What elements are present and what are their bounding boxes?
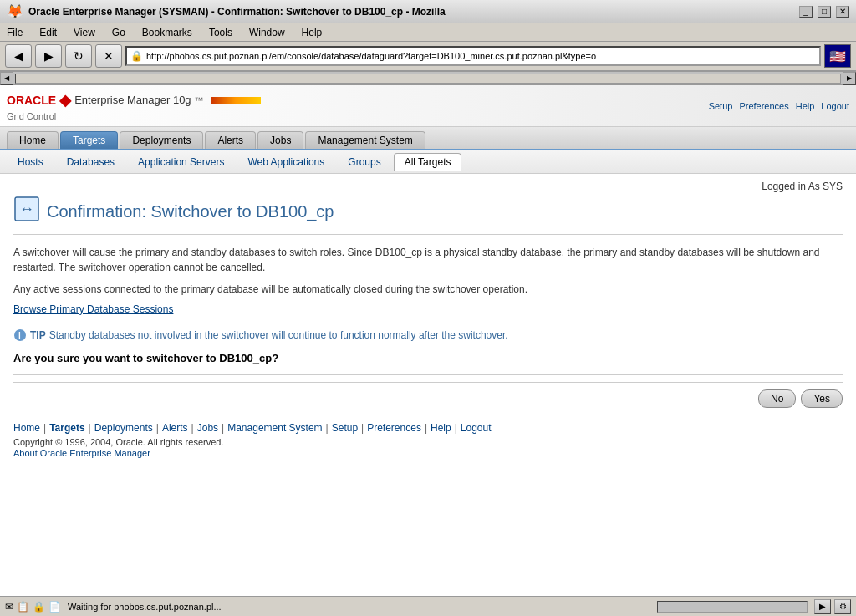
description-1: A switchover will cause the primary and … <box>13 245 843 275</box>
status-icons: ✉ 📋 🔒 📄 <box>5 601 61 613</box>
menu-bookmarks[interactable]: Bookmarks <box>139 26 196 39</box>
restore-btn[interactable]: □ <box>818 6 831 18</box>
footer-alerts[interactable]: Alerts <box>162 422 188 434</box>
menu-window[interactable]: Window <box>246 26 288 39</box>
footer-about: About Oracle Enterprise Manager <box>13 447 843 459</box>
oracle-em-text: Enterprise Manager 10g <box>74 94 191 106</box>
back-button[interactable]: ◀ <box>5 44 32 68</box>
trademark: ™ <box>195 95 204 105</box>
stop-button[interactable]: ✕ <box>95 44 122 68</box>
help-header-link[interactable]: Help <box>796 101 815 111</box>
status-icon-3: 🔒 <box>33 601 45 613</box>
oracle-main-nav: Home Targets Deployments Alerts Jobs Man… <box>0 127 856 150</box>
tab-alerts[interactable]: Alerts <box>205 131 256 149</box>
subtab-hosts[interactable]: Hosts <box>7 153 54 171</box>
menu-edit[interactable]: Edit <box>36 26 60 39</box>
status-text: Waiting for phobos.cs.put.poznan.pl... <box>68 602 650 612</box>
menu-go[interactable]: Go <box>109 26 129 39</box>
setup-link[interactable]: Setup <box>709 101 733 111</box>
preferences-header-link[interactable]: Preferences <box>739 101 788 111</box>
close-btn[interactable]: ✕ <box>836 6 849 18</box>
footer-management-system[interactable]: Management System <box>227 422 322 434</box>
status-icon-4: 📄 <box>48 601 61 613</box>
tab-targets[interactable]: Targets <box>60 131 118 149</box>
header-links: Setup Preferences Help Logout <box>709 101 849 111</box>
status-btn-2[interactable]: ⚙ <box>834 599 851 614</box>
minimize-btn[interactable]: _ <box>799 6 813 18</box>
logged-in-text: Logged in As SYS <box>13 181 843 192</box>
page-title-row: ↔ Confirmation: Switchover to DB100_cp <box>13 196 843 235</box>
status-icon-1: ✉ <box>5 601 13 613</box>
footer-preferences[interactable]: Preferences <box>367 422 421 434</box>
oracle-brand: ORACLE <box>7 94 56 107</box>
oracle-diamond: ◆ <box>59 91 71 109</box>
footer-logout[interactable]: Logout <box>461 422 492 434</box>
scroll-left[interactable]: ◀ <box>0 72 13 85</box>
footer-copyright: Copyright © 1996, 2004, Oracle. All righ… <box>13 437 843 447</box>
subtab-all-targets[interactable]: All Targets <box>394 153 462 171</box>
status-btn-1[interactable]: ▶ <box>814 599 831 614</box>
menu-help[interactable]: Help <box>298 26 326 39</box>
tip-label: TIP <box>30 329 46 341</box>
switchover-icon: ↔ <box>13 196 40 227</box>
subtab-databases[interactable]: Databases <box>56 153 125 171</box>
menu-tools[interactable]: Tools <box>206 26 236 39</box>
svg-text:↔: ↔ <box>19 201 34 217</box>
browser-scroll-top: ◀ ▶ <box>0 72 856 85</box>
tab-management-system[interactable]: Management System <box>305 131 425 149</box>
oracle-footer: Home | Targets | Deployments | Alerts | … <box>0 415 856 466</box>
menu-file[interactable]: File <box>3 26 26 39</box>
browser-menubar: File Edit View Go Bookmarks Tools Window… <box>0 23 856 42</box>
lock-icon: 🔒 <box>130 50 143 62</box>
flag-icon: 🇺🇸 <box>824 44 851 68</box>
browser-toolbar: ◀ ▶ ↻ ✕ 🔒 🇺🇸 <box>0 42 856 72</box>
description-2: Any active sessions connected to the pri… <box>13 282 843 297</box>
status-bar: ✉ 📋 🔒 📄 Waiting for phobos.cs.put.poznan… <box>0 596 856 616</box>
logout-header-link[interactable]: Logout <box>821 101 849 111</box>
oracle-header: ORACLE ◆ Enterprise Manager 10g ™ Grid C… <box>0 85 856 127</box>
url-input[interactable] <box>146 51 816 61</box>
reload-button[interactable]: ↻ <box>65 44 92 68</box>
menu-view[interactable]: View <box>70 26 99 39</box>
subtab-groups[interactable]: Groups <box>337 153 391 171</box>
footer-help[interactable]: Help <box>431 422 451 434</box>
forward-button[interactable]: ▶ <box>35 44 62 68</box>
about-link[interactable]: About Oracle Enterprise Manager <box>13 448 150 458</box>
browser-titlebar: 🦊 Oracle Enterprise Manager (SYSMAN) - C… <box>0 0 856 23</box>
yes-button[interactable]: Yes <box>801 389 843 408</box>
status-progress-bar <box>657 601 808 613</box>
confirm-buttons: No Yes <box>13 382 843 408</box>
footer-jobs[interactable]: Jobs <box>197 422 218 434</box>
tab-deployments[interactable]: Deployments <box>120 131 203 149</box>
browse-sessions-link[interactable]: Browse Primary Database Sessions <box>13 303 173 315</box>
browser-icon: 🦊 <box>7 3 23 19</box>
subtab-app-servers[interactable]: Application Servers <box>127 153 235 171</box>
oracle-grid-control: Grid Control <box>7 111 261 121</box>
oracle-main-content: Logged in As SYS ↔ Confirmation: Switcho… <box>0 174 856 415</box>
footer-deployments[interactable]: Deployments <box>94 422 153 434</box>
tab-home[interactable]: Home <box>7 131 59 149</box>
no-button[interactable]: No <box>758 389 796 408</box>
footer-targets[interactable]: Targets <box>49 422 84 434</box>
tip-icon: i <box>13 328 27 342</box>
footer-setup[interactable]: Setup <box>332 422 358 434</box>
status-right-buttons: ▶ ⚙ <box>814 599 851 614</box>
oracle-sub-nav: Hosts Databases Application Servers Web … <box>0 150 856 174</box>
scroll-right[interactable]: ▶ <box>843 72 856 85</box>
tip-row: i TIP Standby databases not involved in … <box>13 322 843 342</box>
browser-title: Oracle Enterprise Manager (SYSMAN) - Con… <box>28 6 794 18</box>
oracle-container: ORACLE ◆ Enterprise Manager 10g ™ Grid C… <box>0 85 856 596</box>
svg-text:i: i <box>18 331 21 340</box>
subtab-web-apps[interactable]: Web Applications <box>237 153 335 171</box>
footer-links: Home | Targets | Deployments | Alerts | … <box>13 422 843 434</box>
oracle-logo: ORACLE ◆ Enterprise Manager 10g ™ Grid C… <box>7 91 261 121</box>
footer-home[interactable]: Home <box>13 422 40 434</box>
tab-jobs[interactable]: Jobs <box>257 131 303 149</box>
address-bar[interactable]: 🔒 <box>125 46 821 66</box>
status-icon-2: 📋 <box>17 601 29 613</box>
confirm-question: Are you sure you want to switchover to D… <box>13 352 843 364</box>
tip-text: Standby databases not involved in the sw… <box>49 329 508 341</box>
page-heading: Confirmation: Switchover to DB100_cp <box>47 202 334 221</box>
